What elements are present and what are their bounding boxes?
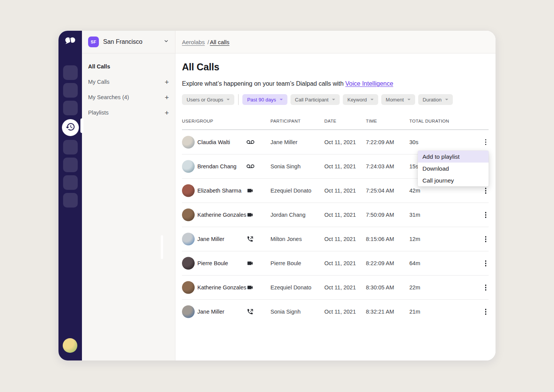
call-date: Oct 11, 2021 [324,139,356,145]
chevron-down-icon [164,38,169,45]
participant-name: Jordan Chang [270,212,305,218]
menu-item-call-journey[interactable]: Call journey [418,174,489,186]
table-row[interactable]: Katherine GonzalesJordan ChangOct 11, 20… [182,203,489,227]
breadcrumb-separator: / [207,39,209,45]
sidebar-item-playlists[interactable]: Playlists+ [82,105,175,120]
call-duration: 12m [409,236,420,242]
call-duration: 30s [409,139,418,145]
table-row[interactable]: Pierre BoulePierre BouleOct 11, 20218:22… [182,251,489,275]
sidebar-item-label: All Calls [88,63,110,70]
filter-chip-keyword[interactable]: Keyword [343,94,378,105]
column-header-total-duration: TOTAL DURATION [409,119,449,123]
sidebar-item-my-searches-4[interactable]: My Searches (4)+ [82,90,175,105]
participant-name: Ezequiel Donato [270,284,311,291]
call-time: 7:25:04 AM [366,188,394,194]
caret-down-icon [407,99,410,100]
table-row[interactable]: Katherine GonzalesEzequiel DonatoOct 11,… [182,275,489,299]
row-menu-button[interactable] [484,210,488,219]
column-header-user-group: USER/GROUP [182,119,213,123]
rail-nav-placeholder[interactable] [63,65,78,80]
call-time: 8:30:05 AM [366,284,394,291]
dialpad-logo[interactable] [58,37,82,45]
call-date: Oct 11, 2021 [324,163,356,169]
rail-nav-items [58,65,82,208]
filter-divider [238,94,239,105]
voice-intelligence-link[interactable]: Voice Intelligence [345,80,394,87]
rail-nav-placeholder[interactable] [63,193,78,208]
history-nav-button[interactable] [62,119,79,136]
primary-nav-rail [58,31,82,360]
breadcrumb-current-link[interactable]: All calls [210,39,229,45]
call-duration: 64m [409,260,420,266]
video-camera-icon [247,284,254,291]
current-user-avatar[interactable] [63,338,77,353]
user-name: Pierre Boule [197,260,228,266]
filter-chip-call-participant[interactable]: Call Participant [290,94,340,105]
breadcrumb-parent-link[interactable]: Aerolabs [182,39,205,45]
caret-down-icon [445,99,448,100]
call-time: 7:24:03 AM [366,163,394,169]
call-time: 7:50:09 AM [366,212,394,218]
table-header: USER/GROUPPARTICIPANTDATETIMETOTAL DURAT… [182,119,489,130]
sidebar-item-label: Playlists [88,110,108,116]
call-time: 8:15:06 AM [366,236,394,242]
row-menu-button[interactable] [484,307,488,316]
filter-chip-label: Past 90 days [247,97,276,103]
user-name: Jane Miller [197,309,224,315]
add-icon[interactable]: + [165,78,169,86]
row-menu-button[interactable] [484,186,488,195]
filter-chip-label: Users or Groups [187,97,223,103]
participant-name: Jane Miller [270,139,297,145]
rail-nav-placeholder[interactable] [63,158,78,172]
call-date: Oct 11, 2021 [324,284,356,291]
user-avatar [182,306,195,318]
call-time: 8:32:21 AM [366,309,394,315]
caret-down-icon [227,99,230,100]
filter-chip-users-or-groups[interactable]: Users or Groups [182,94,234,105]
call-duration: 42m [409,188,420,194]
menu-item-download[interactable]: Download [418,163,489,174]
user-name: Katherine Gonzales [197,284,246,291]
participant-name: Pierre Boule [270,260,301,266]
filter-chip-past-90-days[interactable]: Past 90 days [242,94,287,105]
filter-chip-moment[interactable]: Moment [381,94,415,105]
row-menu-button[interactable] [484,259,488,268]
column-header-time: TIME [366,119,377,123]
participant-name: Milton Jones [270,236,302,242]
add-icon[interactable]: + [165,94,169,101]
sidebar-item-all-calls[interactable]: All Calls [82,59,175,74]
history-icon [65,122,75,133]
rail-nav-placeholder[interactable] [63,175,78,190]
participant-name: Ezequiel Donato [270,188,311,194]
row-menu-button[interactable] [484,234,488,244]
caret-down-icon [370,99,374,100]
rail-nav-placeholder[interactable] [63,140,78,154]
sidebar-scrollbar-thumb[interactable] [161,235,163,259]
user-name: Jane Miller [197,236,224,242]
user-avatar [182,257,195,270]
rail-nav-placeholder[interactable] [63,83,78,98]
office-switcher[interactable]: SF San Francisco [82,31,175,53]
menu-item-add-to-playlist[interactable]: Add to playlist [418,151,489,163]
participant-name: Sonia Signh [270,309,300,315]
secondary-sidebar: SF San Francisco All CallsMy Calls+My Se… [82,31,175,360]
table-row[interactable]: Jane MillerSonia SignhOct 11, 20218:32:2… [182,299,489,324]
app-window: SF San Francisco All CallsMy Calls+My Se… [58,31,496,360]
active-nav-indicator [80,118,83,133]
sidebar-nav: All CallsMy Calls+My Searches (4)+Playli… [82,53,175,120]
rail-nav-placeholder[interactable] [63,101,78,115]
page-title: All Calls [182,61,489,73]
add-icon[interactable]: + [165,109,169,116]
call-duration: 21m [409,309,420,315]
user-avatar [182,136,195,148]
voicemail-icon [247,138,254,146]
voicemail-icon [247,163,254,170]
filter-chip-duration[interactable]: Duration [418,94,453,105]
row-menu-button[interactable] [484,138,488,147]
user-avatar [182,184,195,197]
table-row[interactable]: Jane MillerMilton JonesOct 11, 20218:15:… [182,227,489,251]
sidebar-item-my-calls[interactable]: My Calls+ [82,74,175,90]
row-menu-button[interactable] [484,283,488,292]
call-date: Oct 11, 2021 [324,212,356,218]
call-date: Oct 11, 2021 [324,236,356,242]
